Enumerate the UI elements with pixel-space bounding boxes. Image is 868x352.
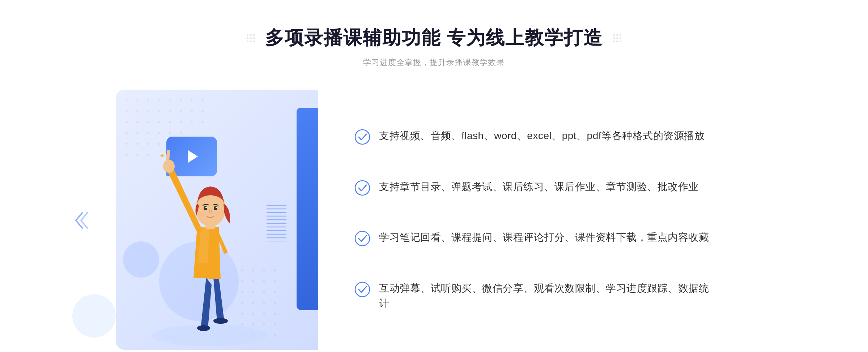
svg-point-21 — [180, 121, 182, 123]
main-card: ✦ ✦ — [116, 90, 752, 350]
svg-point-12 — [169, 110, 171, 112]
svg-point-9 — [136, 110, 139, 112]
svg-point-1 — [136, 99, 139, 102]
svg-point-15 — [201, 110, 204, 112]
feature-text-1: 支持视频、音频、flash、word、excel、ppt、pdf等各种格式的资源… — [379, 128, 705, 143]
svg-point-20 — [169, 121, 171, 123]
page-subtitle: 学习进度全掌握，提升录播课教学效果 — [247, 57, 621, 68]
header-section: 多项录播课辅助功能 专为线上教学打造 学习进度全掌握，提升录播课教学效果 — [247, 25, 621, 68]
svg-point-74 — [216, 207, 217, 208]
svg-point-68 — [163, 160, 175, 173]
svg-point-75 — [199, 212, 206, 216]
svg-point-31 — [136, 143, 139, 145]
svg-point-35 — [136, 154, 139, 156]
person-illustration: ✦ ✦ — [145, 140, 275, 350]
svg-point-6 — [191, 99, 193, 102]
check-icon-3 — [354, 231, 370, 246]
page-title: 多项录播课辅助功能 专为线上教学打造 — [265, 25, 603, 51]
svg-point-22 — [191, 121, 193, 123]
chevron-decoration — [72, 210, 90, 233]
svg-point-29 — [180, 132, 182, 134]
blue-panel — [297, 108, 318, 310]
svg-point-0 — [125, 99, 128, 102]
svg-point-7 — [201, 99, 204, 102]
outside-bottom-circle — [72, 294, 116, 338]
decorative-dots-left — [247, 34, 255, 42]
svg-text:✦: ✦ — [159, 152, 165, 160]
page-container: 多项录播课辅助功能 专为线上教学打造 学习进度全掌握，提升录播课教学效果 — [0, 0, 868, 352]
header-title-row: 多项录播课辅助功能 专为线上教学打造 — [247, 25, 621, 51]
check-icon-2 — [354, 180, 370, 196]
svg-point-66 — [197, 325, 210, 331]
svg-point-30 — [125, 143, 128, 145]
feature-item-2: 支持章节目录、弹题考试、课后练习、课后作业、章节测验、批改作业 — [354, 179, 716, 196]
svg-text:✦: ✦ — [174, 146, 178, 152]
svg-point-24 — [125, 132, 128, 134]
feature-text-4: 互动弹幕、试听购买、微信分享、观看次数限制、学习进度跟踪、数据统计 — [379, 281, 716, 311]
svg-point-26 — [147, 132, 149, 134]
svg-point-19 — [158, 121, 160, 123]
svg-point-73 — [214, 206, 217, 210]
svg-point-8 — [125, 110, 128, 112]
svg-point-16 — [125, 121, 128, 123]
svg-point-17 — [136, 121, 139, 123]
svg-point-72 — [205, 207, 207, 208]
decorative-dots-right — [613, 34, 621, 42]
svg-point-27 — [158, 132, 160, 134]
svg-point-71 — [204, 206, 207, 210]
svg-point-23 — [201, 121, 204, 123]
svg-point-94 — [355, 282, 370, 297]
svg-point-5 — [180, 99, 182, 102]
svg-point-11 — [158, 110, 160, 112]
stripe-decoration — [267, 202, 286, 241]
svg-point-25 — [136, 132, 139, 134]
check-icon-4 — [354, 282, 370, 297]
check-icon-1 — [354, 129, 370, 145]
svg-point-13 — [180, 110, 182, 112]
feature-item-1: 支持视频、音频、flash、word、excel、ppt、pdf等各种格式的资源… — [354, 128, 716, 145]
svg-point-93 — [355, 231, 370, 246]
feature-text-3: 学习笔记回看、课程提问、课程评论打分、课件资料下载，重点内容收藏 — [379, 230, 709, 245]
feature-item-4: 互动弹幕、试听购买、微信分享、观看次数限制、学习进度跟踪、数据统计 — [354, 281, 716, 311]
svg-point-10 — [147, 110, 149, 112]
svg-point-76 — [215, 212, 222, 216]
svg-point-34 — [125, 154, 128, 156]
svg-point-28 — [169, 132, 171, 134]
svg-point-14 — [191, 110, 193, 112]
svg-point-3 — [158, 99, 160, 102]
svg-point-67 — [213, 318, 228, 324]
svg-point-92 — [355, 181, 370, 195]
svg-point-2 — [147, 99, 149, 102]
feature-text-2: 支持章节目录、弹题考试、课后练习、课后作业、章节测验、批改作业 — [379, 179, 699, 194]
illustration-area: ✦ ✦ — [116, 90, 318, 350]
svg-point-4 — [169, 99, 171, 102]
svg-point-91 — [355, 130, 370, 144]
svg-point-18 — [147, 121, 149, 123]
feature-item-3: 学习笔记回看、课程提问、课程评论打分、课件资料下载，重点内容收藏 — [354, 230, 716, 246]
features-area: 支持视频、音频、flash、word、excel、ppt、pdf等各种格式的资源… — [318, 90, 752, 350]
